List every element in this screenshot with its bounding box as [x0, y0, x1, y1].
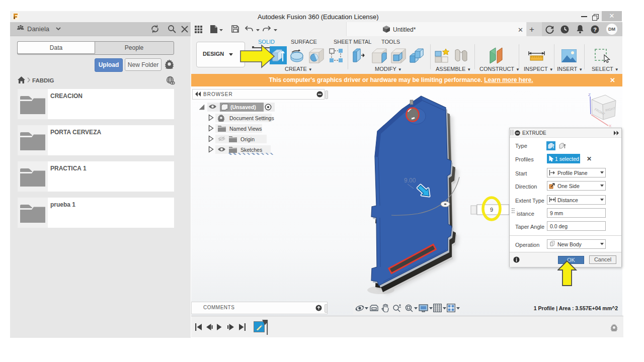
svg-text:?: ?	[593, 27, 597, 33]
svg-text:9: 9	[490, 207, 493, 213]
svg-text:Z: Z	[588, 93, 591, 97]
svg-text:X: X	[609, 124, 612, 128]
svg-text:9.00: 9.00	[404, 177, 416, 184]
